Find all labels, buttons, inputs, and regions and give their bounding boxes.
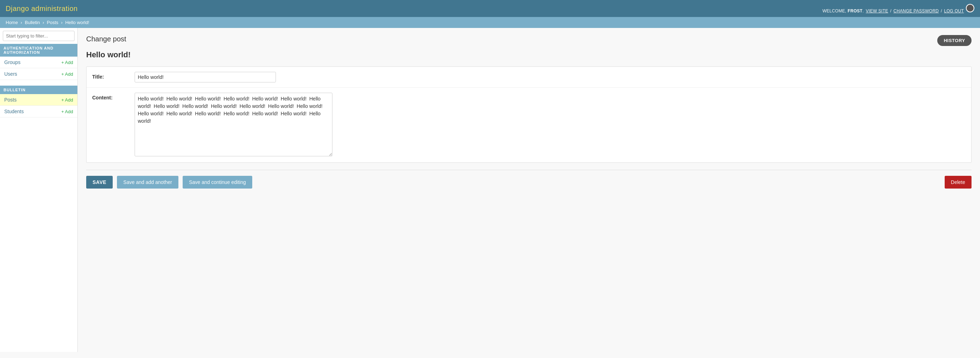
sidebar-filter-container	[0, 28, 77, 44]
title-field	[135, 72, 966, 82]
save-and-add-button[interactable]: Save and add another	[117, 176, 178, 189]
submit-row: SAVE Save and add another Save and conti…	[86, 170, 972, 194]
breadcrumb-home[interactable]: Home	[6, 20, 18, 25]
breadcrumb: Home › Bulletin › Posts › Hello world!	[0, 17, 980, 28]
title-row: Title:	[87, 67, 971, 88]
students-add-link[interactable]: + Add	[61, 109, 73, 114]
posts-link[interactable]: Posts	[4, 97, 17, 102]
change-password-link[interactable]: CHANGE PASSWORD	[893, 8, 939, 13]
auth-section-header: AUTHENTICATION AND AUTHORIZATION	[0, 44, 77, 57]
sidebar: AUTHENTICATION AND AUTHORIZATION Groups …	[0, 28, 78, 352]
title-label: Title:	[92, 72, 135, 80]
welcome-text: WELCOME,	[822, 8, 846, 13]
breadcrumb-model[interactable]: Posts	[47, 20, 59, 25]
users-link[interactable]: Users	[4, 71, 18, 77]
sidebar-item-groups: Groups + Add	[0, 57, 77, 68]
content-field	[135, 93, 966, 157]
content-label: Content:	[92, 93, 135, 101]
username: FROST	[848, 8, 862, 13]
sidebar-item-users: Users + Add	[0, 68, 77, 80]
change-form: Title: Content:	[86, 67, 972, 163]
content-row: Content:	[87, 88, 971, 162]
groups-add-link[interactable]: + Add	[61, 60, 73, 65]
delete-button[interactable]: Delete	[945, 176, 972, 189]
breadcrumb-object: Hello world!	[65, 20, 89, 25]
log-out-link[interactable]: LOG OUT	[944, 8, 964, 13]
breadcrumb-app[interactable]: Bulletin	[25, 20, 40, 25]
user-tools: WELCOME, FROST. VIEW SITE / CHANGE PASSW…	[822, 4, 974, 13]
users-add-link[interactable]: + Add	[61, 72, 73, 77]
save-button[interactable]: SAVE	[86, 176, 113, 189]
page-title: Change post	[86, 35, 126, 43]
save-and-continue-button[interactable]: Save and continue editing	[183, 176, 252, 189]
content-header: Change post HISTORY	[86, 35, 972, 46]
object-title: Hello world!	[86, 50, 972, 59]
view-site-link[interactable]: VIEW SITE	[866, 8, 888, 13]
sidebar-item-posts: Posts + Add	[0, 94, 77, 106]
theme-toggle[interactable]	[966, 4, 974, 13]
sidebar-filter-input[interactable]	[3, 31, 75, 41]
bulletin-section-header: BULLETIN	[0, 86, 77, 94]
site-name: Django administration	[6, 5, 78, 13]
students-link[interactable]: Students	[4, 109, 24, 114]
history-button[interactable]: HISTORY	[937, 35, 972, 46]
title-input[interactable]	[135, 72, 276, 82]
content-textarea[interactable]	[135, 93, 332, 157]
sidebar-item-students: Students + Add	[0, 106, 77, 117]
main-content: Change post HISTORY Hello world! Title: …	[78, 28, 980, 352]
posts-add-link[interactable]: + Add	[61, 97, 73, 102]
groups-link[interactable]: Groups	[4, 59, 21, 65]
header: Django administration WELCOME, FROST. VI…	[0, 0, 980, 17]
